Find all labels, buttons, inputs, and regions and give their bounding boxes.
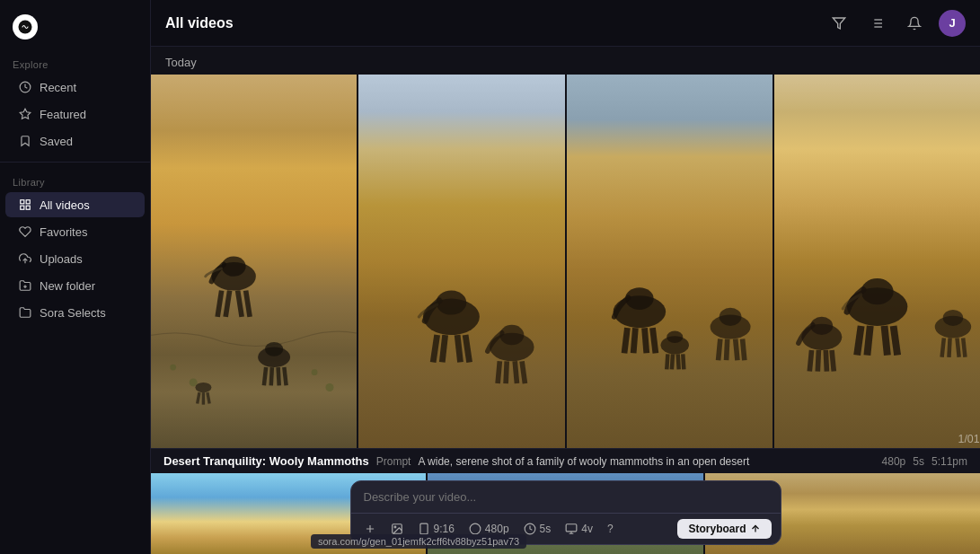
header-actions: J [825,10,966,37]
svg-line-22 [246,291,250,317]
sidebar-item-favorites[interactable]: Favorites [5,219,145,244]
prompt-label: Prompt [376,455,411,468]
svg-line-26 [271,367,272,385]
svg-line-45 [498,361,499,383]
svg-rect-4 [26,200,30,204]
new-folder-icon [18,278,32,293]
svg-line-78 [832,350,834,372]
sidebar-item-uploads[interactable]: Uploads [5,246,145,271]
svg-line-83 [957,338,958,356]
sidebar-item-recent-label: Recent [40,81,76,94]
prompt-input[interactable] [364,490,768,504]
svg-rect-6 [26,206,30,209]
sidebar-item-uploads-label: Uploads [40,252,83,266]
storyboard-button[interactable]: Storyboard [677,519,771,539]
video-duration: 5s [913,455,924,468]
library-section-label: Library [0,170,150,191]
svg-line-60 [683,354,684,369]
sidebar-item-featured-label: Featured [40,108,86,121]
sidebar-item-sora-selects[interactable]: Sora Selects [5,300,145,325]
svg-point-18 [222,256,246,276]
sidebar: Explore Recent Featured Saved Library Al… [0,0,151,554]
filter-button[interactable] [825,10,852,37]
help-button[interactable]: ? [604,521,617,537]
svg-text:1/011: 1/011 [958,433,980,445]
prompt-text: A wide, serene shot of a family of wooly… [418,455,749,468]
header: All videos J [151,0,980,47]
svg-point-68 [861,278,893,304]
sidebar-item-favorites-label: Favorites [40,225,87,239]
user-avatar[interactable]: J [939,10,966,37]
svg-line-21 [238,291,242,317]
svg-line-20 [225,291,229,317]
url-bar: sora.com/g/gen_01jemfk2cff6tv88byz51pav7… [311,534,526,549]
main-content: All videos J Today [151,0,980,554]
help-label: ? [607,523,614,535]
svg-point-36 [325,383,333,391]
explore-section-label: Explore [0,52,150,74]
svg-point-33 [170,365,176,371]
heart-icon [18,224,32,239]
video-card-4[interactable]: 1/011 [774,75,980,448]
sidebar-item-featured[interactable]: Featured [5,101,145,127]
svg-point-56 [667,331,683,343]
svg-line-63 [718,339,720,361]
svg-line-70 [867,326,870,356]
svg-line-75 [809,350,811,372]
svg-rect-3 [21,200,24,204]
star-icon [18,107,32,121]
logo-area [0,9,150,52]
resolution-label: 480p [485,523,509,535]
video-title: Desert Tranquility: Wooly Mammoths [163,454,369,468]
video-card-3[interactable] [567,75,773,448]
svg-line-27 [278,367,279,385]
svg-point-35 [312,369,318,375]
sidebar-item-sora-selects-label: Sora Selects [40,306,106,320]
svg-line-48 [522,361,525,383]
svg-line-51 [624,328,627,353]
video-resolution: 480p [882,455,906,468]
svg-marker-2 [20,109,31,119]
aspect-ratio-label: 9:16 [434,523,455,535]
svg-point-89 [394,526,396,528]
svg-rect-90 [419,523,427,534]
sidebar-item-all-videos-label: All videos [40,198,90,212]
svg-line-69 [857,326,861,356]
sidebar-item-saved[interactable]: Saved [5,128,145,154]
page-title: All videos [165,15,234,31]
svg-point-34 [190,378,198,386]
versions-button[interactable]: 4v [561,521,596,537]
app-logo [13,14,38,40]
svg-line-59 [677,354,678,369]
svg-line-66 [742,339,744,361]
svg-line-53 [644,328,646,353]
svg-line-72 [893,326,896,356]
svg-line-39 [433,335,437,362]
svg-line-32 [207,392,209,403]
svg-line-81 [941,338,943,356]
video-card-2[interactable] [358,75,564,448]
svg-point-24 [265,342,283,356]
svg-line-30 [198,392,199,403]
sidebar-item-recent[interactable]: Recent [5,75,145,100]
today-section-label: Today [151,47,980,75]
sidebar-item-all-videos[interactable]: All videos [5,192,145,217]
content-area: Today [151,47,980,554]
svg-line-46 [506,361,507,383]
svg-point-44 [500,325,525,345]
url-text: sora.com/g/gen_01jemfk2cff6tv88byz51pav7… [318,536,519,547]
sidebar-item-new-folder[interactable]: New folder [5,273,145,298]
video-info-bar: Desert Tranquility: Wooly Mammoths Promp… [151,448,980,473]
versions-label: 4v [581,523,593,535]
svg-line-47 [515,361,516,383]
svg-line-41 [457,335,460,362]
folder-special-icon [18,305,32,320]
svg-line-42 [465,335,469,362]
list-view-button[interactable] [863,10,890,37]
video-grid: 1/011 [151,75,980,448]
svg-point-62 [719,308,741,326]
video-card-1[interactable] [151,75,357,448]
notifications-button[interactable] [901,10,928,37]
svg-line-77 [825,350,826,372]
storyboard-label: Storyboard [688,523,746,535]
